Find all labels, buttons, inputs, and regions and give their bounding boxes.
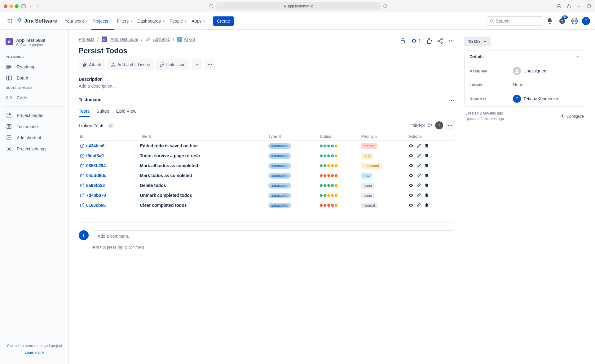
test-title[interactable]: Delete todos: [140, 183, 166, 188]
watchers-button[interactable]: 1: [411, 38, 421, 44]
test-id-link[interactable]: 04ddd6dd: [80, 173, 138, 178]
sidebar-learn-more[interactable]: Learn more: [6, 350, 63, 355]
tab-epic-view[interactable]: Epic View: [116, 107, 137, 116]
nav-item-dashboards[interactable]: Dashboards: [136, 16, 166, 26]
view-action[interactable]: [408, 183, 413, 188]
branch-icon[interactable]: [428, 123, 433, 128]
sidebar-item-add-shortcut[interactable]: Add shortcut: [2, 132, 66, 143]
view-action[interactable]: [408, 143, 413, 148]
col-priority[interactable]: Priority ▴: [360, 132, 407, 141]
search-box[interactable]: [487, 16, 542, 26]
minimize-window[interactable]: [9, 4, 13, 8]
link-issue-button[interactable]: Link issue: [156, 59, 189, 70]
test-title[interactable]: Clear completed todos: [140, 203, 187, 208]
test-title[interactable]: Mark todos as completed: [140, 173, 192, 178]
attach-button[interactable]: Attach: [79, 59, 105, 70]
assignee-row[interactable]: Assignee Unassigned: [465, 63, 585, 79]
test-id-link[interactable]: f9cbf8a9: [80, 153, 138, 158]
test-title[interactable]: Todos survive a page refresh: [140, 153, 200, 158]
maximize-window[interactable]: [15, 4, 19, 8]
sidebar-item-settings[interactable]: Project settings: [2, 143, 66, 154]
unlock-icon[interactable]: [400, 38, 406, 44]
sidebar-toggle-icon[interactable]: [21, 4, 26, 9]
edit-action[interactable]: [416, 183, 421, 188]
edit-action[interactable]: [416, 153, 421, 158]
filter-more-icon[interactable]: [446, 121, 454, 130]
profile-avatar[interactable]: T: [582, 17, 590, 25]
test-id-link[interactable]: e434fea6: [80, 143, 138, 148]
sidebar-item-project-pages[interactable]: Project pages: [2, 110, 66, 121]
like-icon[interactable]: [426, 38, 432, 44]
delete-action[interactable]: [424, 173, 429, 178]
tab-suites[interactable]: Suites: [96, 107, 109, 116]
test-id-link[interactable]: 0858b294: [80, 163, 138, 168]
sidebar-item-code[interactable]: Code: [2, 92, 66, 103]
test-title[interactable]: Mark all todos as completed: [140, 163, 198, 168]
configure-button[interactable]: Configure: [560, 114, 584, 119]
delete-action[interactable]: [424, 163, 429, 168]
nav-item-people[interactable]: People: [168, 16, 189, 26]
delete-action[interactable]: [424, 153, 429, 158]
shield-icon[interactable]: [209, 4, 214, 9]
test-id-link[interactable]: 0168cb68: [80, 203, 138, 208]
search-input[interactable]: [496, 19, 539, 24]
project-dropdown[interactable]: third-pr: [412, 123, 425, 128]
jira-logo[interactable]: Jira Software: [16, 18, 57, 24]
nav-item-projects[interactable]: Projects: [91, 16, 114, 26]
status-dropdown[interactable]: To Do: [464, 37, 491, 46]
test-id-link[interactable]: 8a99fb58: [80, 183, 138, 188]
help-icon[interactable]: ? 3+: [557, 16, 567, 26]
test-title[interactable]: Unmark completed todos: [140, 193, 192, 198]
delete-action[interactable]: [424, 183, 429, 188]
details-header[interactable]: Details: [465, 50, 585, 63]
view-action[interactable]: [408, 153, 413, 158]
delete-action[interactable]: [424, 193, 429, 198]
add-tab-icon[interactable]: [576, 4, 581, 9]
breadcrumb-project[interactable]: App Test 5689: [110, 37, 138, 42]
col-type[interactable]: Type ⇅: [267, 132, 319, 141]
view-action[interactable]: [408, 193, 413, 198]
edit-action[interactable]: [416, 173, 421, 178]
project-header[interactable]: ◧ App Test 5689 Software project: [2, 36, 66, 49]
edit-action[interactable]: [416, 143, 421, 148]
download-icon[interactable]: [557, 4, 562, 9]
sidebar-item-roadmap[interactable]: Roadmap: [2, 61, 66, 72]
delete-action[interactable]: [424, 143, 429, 148]
test-title[interactable]: Edited todo is saved on blur: [140, 143, 198, 148]
more-issue-actions[interactable]: [205, 59, 215, 70]
nav-item-apps[interactable]: Apps: [190, 16, 207, 26]
view-action[interactable]: [408, 203, 413, 208]
link-dropdown-button[interactable]: [192, 59, 202, 70]
view-action[interactable]: [408, 163, 413, 168]
back-icon[interactable]: [29, 4, 33, 8]
sidebar-item-board[interactable]: Board: [2, 72, 66, 84]
edit-action[interactable]: [416, 163, 421, 168]
share-issue-icon[interactable]: [437, 38, 443, 44]
create-button[interactable]: Create: [213, 16, 234, 26]
breadcrumb-projects[interactable]: Projects: [79, 37, 95, 42]
delete-action[interactable]: [424, 203, 429, 208]
panel-more-icon[interactable]: [449, 98, 454, 103]
settings-icon[interactable]: [570, 16, 580, 26]
address-bar[interactable]: app.testomat.io: [216, 2, 381, 10]
reporter-row[interactable]: Reporter T TetianaKhomenko: [465, 91, 585, 106]
close-window[interactable]: [4, 4, 7, 8]
share-icon[interactable]: [566, 4, 571, 9]
col-status[interactable]: Status: [319, 132, 360, 141]
add-child-button[interactable]: Add a child issue: [107, 59, 154, 70]
more-actions-icon[interactable]: [448, 38, 454, 44]
col-title[interactable]: Title ⇅: [139, 132, 267, 141]
edit-action[interactable]: [416, 203, 421, 208]
user-filter-avatar[interactable]: T: [435, 121, 443, 129]
breadcrumb-add-epic[interactable]: Add epic: [153, 37, 170, 42]
labels-row[interactable]: Labels None: [465, 79, 585, 91]
nav-item-your-work[interactable]: Your work: [64, 16, 90, 26]
forward-icon[interactable]: [35, 4, 40, 8]
edit-action[interactable]: [416, 193, 421, 198]
issue-title[interactable]: Persist Todos: [79, 46, 454, 55]
view-action[interactable]: [408, 173, 413, 178]
sidebar-item-testomatio[interactable]: T Testomatio: [2, 121, 66, 132]
col-id[interactable]: Id: [79, 132, 139, 141]
tab-tests[interactable]: Tests: [79, 107, 90, 116]
breadcrumb-issue-key[interactable]: AT-28: [184, 37, 195, 42]
